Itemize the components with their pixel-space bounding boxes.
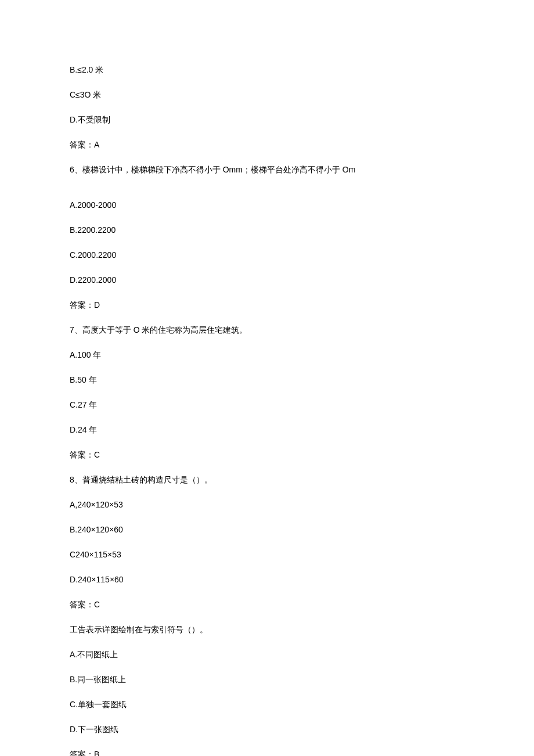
q7-answer: 答案：C <box>70 449 464 461</box>
q7-option-c: C.27 年 <box>70 399 464 411</box>
q9-option-a: A.不同图纸上 <box>70 649 464 661</box>
q8-option-b: B.240×120×60 <box>70 524 464 536</box>
q5-option-d: D.不受限制 <box>70 114 464 126</box>
q9-answer: 答案：B <box>70 748 464 756</box>
q7-stem: 7、高度大于等于 O 米的住宅称为高层住宅建筑。 <box>70 324 464 336</box>
document-page: B.≤2.0 米 C≤3O 米 D.不受限制 答案：A 6、楼梯设计中，楼梯梯段… <box>0 0 534 756</box>
q9-option-b: B.同一张图纸上 <box>70 674 464 686</box>
q9-option-d: D.下一张图纸 <box>70 723 464 736</box>
q8-option-c: C240×115×53 <box>70 549 464 561</box>
q6-stem: 6、楼梯设计中，楼梯梯段下净高不得小于 Omm；楼梯平台处净高不得小于 Om <box>70 164 464 176</box>
q5-answer: 答案：A <box>70 139 464 151</box>
q8-option-d: D.240×115×60 <box>70 574 464 586</box>
q8-option-a: A,240×120×53 <box>70 499 464 511</box>
q5-option-b: B.≤2.0 米 <box>70 64 464 76</box>
q8-answer: 答案：C <box>70 599 464 611</box>
q8-stem: 8、普通烧结粘土砖的构造尺寸是（）。 <box>70 474 464 486</box>
q6-option-d: D.2200.2000 <box>70 274 464 286</box>
q6-answer: 答案：D <box>70 299 464 311</box>
q7-option-b: B.50 年 <box>70 374 464 386</box>
q9-stem: 工告表示详图绘制在与索引符号（）。 <box>70 624 464 636</box>
q6-option-c: C.2000.2200 <box>70 249 464 261</box>
q5-option-c: C≤3O 米 <box>70 89 464 101</box>
q7-option-d: D.24 年 <box>70 424 464 436</box>
q6-option-b: B.2200.2200 <box>70 224 464 236</box>
q7-option-a: A.100 年 <box>70 349 464 361</box>
q9-option-c: C.单独一套图纸 <box>70 699 464 711</box>
q6-option-a: A.2000-2000 <box>70 199 464 211</box>
